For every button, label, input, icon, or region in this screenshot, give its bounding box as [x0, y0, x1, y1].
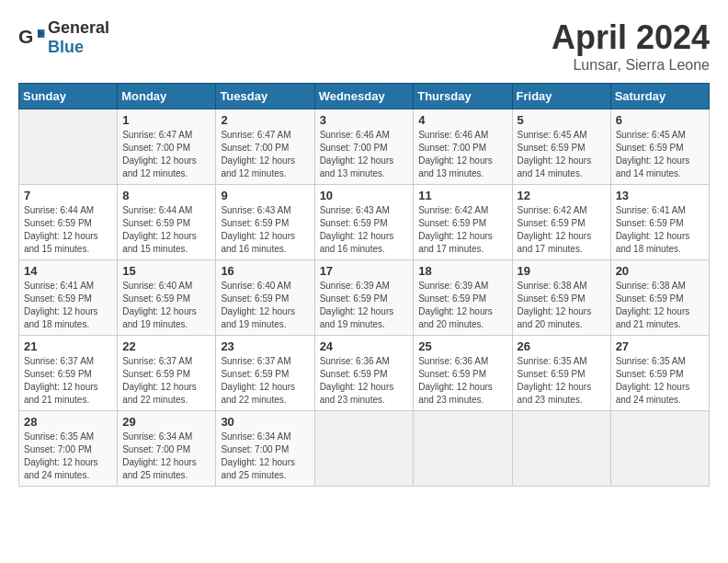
calendar-cell [512, 411, 610, 487]
day-number: 29 [122, 415, 210, 429]
day-number: 21 [24, 339, 112, 353]
day-number: 1 [122, 113, 210, 127]
day-number: 26 [518, 339, 606, 353]
calendar-cell: 8 Sunrise: 6:44 AM Sunset: 6:59 PM Dayli… [118, 185, 216, 260]
calendar-cell: 11 Sunrise: 6:42 AM Sunset: 6:59 PM Dayl… [414, 185, 512, 260]
logo-blue: Blue [48, 38, 84, 56]
calendar-cell: 15 Sunrise: 6:40 AM Sunset: 6:59 PM Dayl… [118, 260, 216, 336]
calendar-cell: 18 Sunrise: 6:39 AM Sunset: 6:59 PM Dayl… [414, 260, 512, 336]
day-info: Sunrise: 6:37 AM Sunset: 6:59 PM Dayligh… [122, 356, 197, 405]
month-title: April 2024 [552, 18, 710, 57]
day-info: Sunrise: 6:35 AM Sunset: 6:59 PM Dayligh… [616, 356, 690, 405]
column-header-wednesday: Wednesday [314, 84, 414, 109]
day-number: 7 [24, 189, 112, 202]
day-number: 4 [418, 113, 506, 127]
day-number: 22 [122, 339, 210, 353]
calendar-cell: 29 Sunrise: 6:34 AM Sunset: 7:00 PM Dayl… [118, 411, 216, 487]
day-info: Sunrise: 6:38 AM Sunset: 6:59 PM Dayligh… [616, 281, 690, 329]
day-number: 24 [320, 339, 409, 353]
calendar-cell: 10 Sunrise: 6:43 AM Sunset: 6:59 PM Dayl… [314, 185, 414, 260]
day-number: 14 [24, 264, 112, 278]
calendar-week-row: 14 Sunrise: 6:41 AM Sunset: 6:59 PM Dayl… [19, 260, 710, 336]
calendar-cell: 3 Sunrise: 6:46 AM Sunset: 7:00 PM Dayli… [314, 109, 414, 185]
day-info: Sunrise: 6:45 AM Sunset: 6:59 PM Dayligh… [616, 130, 690, 178]
day-number: 3 [320, 113, 409, 127]
column-header-thursday: Thursday [414, 84, 512, 109]
calendar-cell: 30 Sunrise: 6:34 AM Sunset: 7:00 PM Dayl… [216, 411, 314, 487]
day-number: 9 [221, 189, 309, 202]
calendar-cell: 6 Sunrise: 6:45 AM Sunset: 6:59 PM Dayli… [610, 109, 709, 185]
day-number: 30 [221, 415, 309, 429]
calendar-cell: 14 Sunrise: 6:41 AM Sunset: 6:59 PM Dayl… [19, 260, 118, 336]
day-number: 19 [518, 264, 606, 278]
calendar-cell: 20 Sunrise: 6:38 AM Sunset: 6:59 PM Dayl… [610, 260, 709, 336]
calendar-cell: 2 Sunrise: 6:47 AM Sunset: 7:00 PM Dayli… [216, 109, 314, 185]
calendar-cell: 22 Sunrise: 6:37 AM Sunset: 6:59 PM Dayl… [118, 336, 216, 411]
calendar-cell [314, 411, 414, 487]
logo-icon: G [18, 24, 46, 52]
calendar-cell: 26 Sunrise: 6:35 AM Sunset: 6:59 PM Dayl… [512, 336, 610, 411]
calendar-cell: 21 Sunrise: 6:37 AM Sunset: 6:59 PM Dayl… [19, 336, 118, 411]
day-info: Sunrise: 6:39 AM Sunset: 6:59 PM Dayligh… [418, 281, 493, 329]
calendar-cell: 9 Sunrise: 6:43 AM Sunset: 6:59 PM Dayli… [216, 185, 314, 260]
calendar-cell [414, 411, 512, 487]
day-number: 25 [418, 339, 506, 353]
page-header: G General Blue April 2024 Lunsar, Sierra… [18, 18, 710, 74]
calendar-table: SundayMondayTuesdayWednesdayThursdayFrid… [18, 83, 710, 487]
day-info: Sunrise: 6:39 AM Sunset: 6:59 PM Dayligh… [320, 281, 394, 329]
column-header-monday: Monday [118, 84, 216, 109]
day-info: Sunrise: 6:34 AM Sunset: 7:00 PM Dayligh… [221, 431, 295, 480]
calendar-header-row: SundayMondayTuesdayWednesdayThursdayFrid… [19, 84, 710, 109]
calendar-cell: 13 Sunrise: 6:41 AM Sunset: 6:59 PM Dayl… [610, 185, 709, 260]
calendar-cell: 12 Sunrise: 6:42 AM Sunset: 6:59 PM Dayl… [512, 185, 610, 260]
column-header-saturday: Saturday [610, 84, 709, 109]
day-info: Sunrise: 6:36 AM Sunset: 6:59 PM Dayligh… [320, 356, 394, 405]
day-number: 10 [320, 189, 409, 202]
day-number: 13 [616, 189, 704, 202]
svg-text:G: G [18, 26, 33, 47]
day-info: Sunrise: 6:45 AM Sunset: 6:59 PM Dayligh… [518, 130, 592, 178]
day-number: 12 [518, 189, 606, 202]
day-info: Sunrise: 6:44 AM Sunset: 6:59 PM Dayligh… [122, 205, 197, 254]
day-number: 8 [122, 189, 210, 202]
calendar-cell: 24 Sunrise: 6:36 AM Sunset: 6:59 PM Dayl… [314, 336, 414, 411]
day-number: 5 [518, 113, 606, 127]
calendar-cell: 27 Sunrise: 6:35 AM Sunset: 6:59 PM Dayl… [610, 336, 709, 411]
day-number: 6 [616, 113, 704, 127]
day-info: Sunrise: 6:43 AM Sunset: 6:59 PM Dayligh… [320, 205, 394, 254]
day-number: 11 [418, 189, 506, 202]
calendar-cell: 23 Sunrise: 6:37 AM Sunset: 6:59 PM Dayl… [216, 336, 314, 411]
calendar-cell: 4 Sunrise: 6:46 AM Sunset: 7:00 PM Dayli… [414, 109, 512, 185]
calendar-cell: 5 Sunrise: 6:45 AM Sunset: 6:59 PM Dayli… [512, 109, 610, 185]
day-info: Sunrise: 6:46 AM Sunset: 7:00 PM Dayligh… [418, 130, 493, 178]
calendar-cell: 25 Sunrise: 6:36 AM Sunset: 6:59 PM Dayl… [414, 336, 512, 411]
day-info: Sunrise: 6:47 AM Sunset: 7:00 PM Dayligh… [221, 130, 295, 178]
day-info: Sunrise: 6:44 AM Sunset: 6:59 PM Dayligh… [24, 205, 98, 254]
day-info: Sunrise: 6:40 AM Sunset: 6:59 PM Dayligh… [122, 281, 197, 329]
calendar-cell: 16 Sunrise: 6:40 AM Sunset: 6:59 PM Dayl… [216, 260, 314, 336]
day-info: Sunrise: 6:41 AM Sunset: 6:59 PM Dayligh… [24, 281, 98, 329]
calendar-cell: 1 Sunrise: 6:47 AM Sunset: 7:00 PM Dayli… [118, 109, 216, 185]
column-header-friday: Friday [512, 84, 610, 109]
day-info: Sunrise: 6:42 AM Sunset: 6:59 PM Dayligh… [418, 205, 493, 254]
day-number: 20 [616, 264, 704, 278]
column-header-tuesday: Tuesday [216, 84, 314, 109]
calendar-week-row: 28 Sunrise: 6:35 AM Sunset: 7:00 PM Dayl… [19, 411, 710, 487]
calendar-cell: 7 Sunrise: 6:44 AM Sunset: 6:59 PM Dayli… [19, 185, 118, 260]
column-header-sunday: Sunday [19, 84, 118, 109]
calendar-week-row: 1 Sunrise: 6:47 AM Sunset: 7:00 PM Dayli… [19, 109, 710, 185]
day-number: 18 [418, 264, 506, 278]
logo: G General Blue [18, 18, 109, 57]
calendar-week-row: 7 Sunrise: 6:44 AM Sunset: 6:59 PM Dayli… [19, 185, 710, 260]
title-area: April 2024 Lunsar, Sierra Leone [552, 18, 710, 74]
day-info: Sunrise: 6:47 AM Sunset: 7:00 PM Dayligh… [122, 130, 197, 178]
day-info: Sunrise: 6:38 AM Sunset: 6:59 PM Dayligh… [518, 281, 592, 329]
day-info: Sunrise: 6:34 AM Sunset: 7:00 PM Dayligh… [122, 431, 197, 480]
calendar-cell [19, 109, 118, 185]
day-info: Sunrise: 6:37 AM Sunset: 6:59 PM Dayligh… [221, 356, 295, 405]
day-number: 27 [616, 339, 704, 353]
day-info: Sunrise: 6:37 AM Sunset: 6:59 PM Dayligh… [24, 356, 98, 405]
day-number: 23 [221, 339, 309, 353]
day-number: 28 [24, 415, 112, 429]
day-info: Sunrise: 6:35 AM Sunset: 7:00 PM Dayligh… [24, 431, 98, 480]
